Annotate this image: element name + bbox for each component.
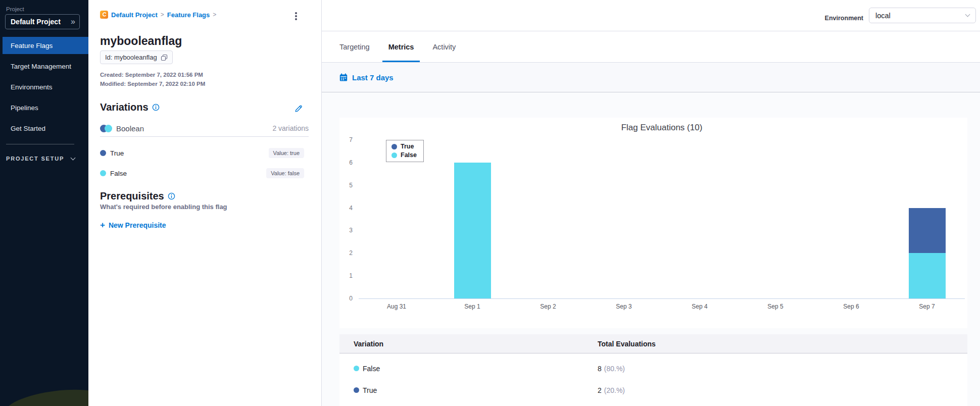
bar-segment-false — [454, 163, 491, 298]
date-range-selector[interactable]: Last 7 days — [322, 63, 980, 92]
evaluations-table: Variation Total Evaluations False 8 (80.… — [339, 334, 967, 406]
project-selector[interactable]: Default Project » — [5, 14, 80, 29]
tab-bar: Targeting Metrics Activity — [322, 31, 980, 63]
row-variation-name: False — [363, 365, 380, 373]
project-selector-value: Default Project — [11, 18, 71, 26]
row-percent: (80.%) — [604, 365, 625, 373]
y-axis-tick-label: 5 — [332, 182, 353, 189]
flag-detail-panel: Default Project > Feature Flags > mybool… — [88, 0, 322, 406]
variation-type-label: Boolean — [116, 124, 144, 133]
plus-icon: + — [100, 221, 105, 229]
project-section-label: Project — [6, 6, 24, 12]
sidebar-item-get-started[interactable]: Get Started — [0, 120, 88, 137]
variation-row-false: False Value: false — [100, 168, 304, 179]
tab-activity[interactable]: Activity — [432, 31, 456, 62]
boolean-type-icon — [100, 125, 113, 132]
new-prerequisite-button[interactable]: + New Prerequisite — [100, 221, 166, 229]
variation-value-chip: Value: false — [266, 168, 304, 178]
environment-value: local — [875, 12, 966, 20]
main-panel: Environment local Targeting Metrics Acti… — [322, 0, 980, 406]
environment-bar: Environment local — [322, 0, 980, 31]
project-setup-label: PROJECT SETUP — [6, 156, 64, 162]
calendar-icon — [339, 73, 348, 81]
flag-title: mybooleanflag — [100, 34, 182, 48]
bar-segment-true — [909, 208, 946, 253]
flag-evaluations-chart: Flag Evaluations (10) TrueFalse 01234567… — [339, 118, 967, 328]
table-header: Variation Total Evaluations — [339, 334, 967, 353]
legend-item-false: False — [391, 151, 417, 159]
kebab-menu-button[interactable] — [290, 10, 302, 23]
info-icon[interactable] — [152, 104, 160, 111]
sidebar-item-feature-flags[interactable]: Feature Flags — [3, 37, 88, 54]
legend-dot — [391, 153, 397, 158]
column-header-variation: Variation — [339, 340, 598, 348]
environment-select[interactable]: local — [869, 8, 976, 23]
sidebar-item-target-management[interactable]: Target Management — [0, 58, 88, 75]
row-variation-name: True — [363, 386, 377, 394]
true-variation-dot — [354, 387, 359, 393]
table-row: True 2 (20.%) — [339, 379, 967, 401]
y-axis-tick-label: 4 — [332, 205, 353, 212]
x-axis-label: Aug 31 — [371, 303, 422, 310]
legend-label: True — [401, 143, 414, 150]
legend-item-true: True — [391, 143, 417, 150]
info-icon[interactable] — [168, 192, 175, 200]
breadcrumb-separator: > — [213, 11, 216, 18]
sidebar-project-setup[interactable]: PROJECT SETUP — [6, 156, 82, 162]
breadcrumb-separator: > — [161, 11, 164, 18]
copy-icon[interactable] — [161, 54, 168, 61]
variation-row-true: True Value: true — [100, 147, 304, 159]
table-row: False 8 (80.%) — [339, 358, 967, 379]
legend-label: False — [401, 151, 417, 159]
variation-value-chip: Value: true — [269, 148, 304, 158]
chevron-down-icon — [71, 155, 76, 160]
variations-header: Variations — [100, 102, 160, 113]
x-axis-label: Sep 5 — [750, 303, 801, 310]
y-axis-tick-label: 6 — [332, 159, 353, 166]
x-axis-label: Sep 3 — [599, 303, 649, 310]
variation-name: False — [110, 170, 127, 177]
breadcrumb: Default Project > Feature Flags > — [100, 11, 216, 19]
prerequisites-heading: Prerequisites — [100, 190, 164, 202]
y-axis-tick-label: 0 — [332, 295, 353, 302]
created-date: Created: September 7, 2022 01:56 PM — [100, 72, 203, 78]
row-total: 2 — [598, 386, 602, 394]
sidebar-divider — [6, 144, 74, 144]
sidebar-item-pipelines[interactable]: Pipelines — [0, 99, 88, 116]
flag-id-chip[interactable]: Id: mybooleanflag — [100, 50, 173, 64]
tab-targeting[interactable]: Targeting — [339, 31, 370, 62]
variations-heading: Variations — [100, 102, 149, 113]
y-axis-tick-label: 3 — [332, 227, 353, 234]
x-axis-label: Sep 6 — [826, 303, 876, 310]
sidebar-nav: Feature Flags Target Management Environm… — [0, 37, 88, 140]
sidebar: Project Default Project » Feature Flags … — [0, 0, 88, 406]
bar-segment-false — [909, 253, 946, 298]
tab-metrics[interactable]: Metrics — [388, 31, 414, 62]
true-variation-dot — [100, 150, 106, 156]
variation-name: True — [110, 149, 124, 157]
column-header-total-evaluations: Total Evaluations — [598, 340, 656, 348]
row-total: 8 — [598, 365, 602, 373]
x-axis-label: Sep 7 — [902, 303, 952, 310]
sidebar-item-environments[interactable]: Environments — [0, 78, 88, 95]
pencil-icon — [294, 104, 303, 113]
table-body: False 8 (80.%) True 2 (20.%) — [339, 353, 967, 401]
false-variation-dot — [354, 366, 359, 371]
breadcrumb-feature-flags-link[interactable]: Feature Flags — [167, 11, 210, 19]
prerequisites-header: Prerequisites — [100, 190, 175, 202]
breadcrumb-project-link[interactable]: Default Project — [111, 11, 158, 19]
metrics-content: Flag Evaluations (10) TrueFalse 01234567… — [322, 92, 980, 406]
divider — [100, 136, 309, 137]
legend-dot — [391, 144, 397, 149]
y-axis-tick-label: 1 — [332, 272, 353, 279]
chart-legend: TrueFalse — [386, 140, 424, 162]
x-axis-label: Sep 2 — [523, 303, 573, 310]
chevron-down-icon — [965, 12, 970, 17]
x-axis-label: Sep 1 — [447, 303, 498, 310]
false-variation-dot — [100, 170, 106, 176]
app-window: Project Default Project » Feature Flags … — [0, 0, 980, 406]
double-chevron-icon: » — [71, 18, 75, 26]
environment-label: Environment — [825, 15, 863, 22]
edit-variations-button[interactable] — [292, 103, 305, 115]
harness-project-icon — [100, 11, 108, 19]
